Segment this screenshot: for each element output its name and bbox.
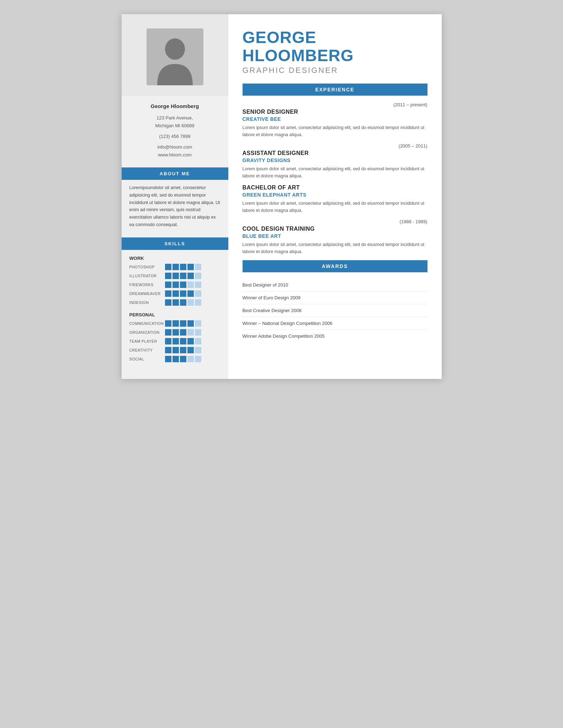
job-2-company: GRAVITY DESIGNS <box>243 157 427 163</box>
sidebar-full-name: George Hloomberg <box>144 103 206 109</box>
sidebar: George Hloomberg 123 Park Avenue, Michig… <box>122 14 228 379</box>
job-3-company: GREEN ELEPHANT ARTS <box>243 192 427 198</box>
award-2: Winner of Euro Design 2009 <box>243 291 427 304</box>
job-4-desc: Lorem ipsum dolor sit amet, consectetur … <box>243 241 427 255</box>
work-skill-fireworks: FIREWORKS <box>129 282 221 288</box>
job-4-title: COOL DESIGN TRAINING <box>243 226 427 232</box>
personal-skill-team-player: TEAM PLAYER <box>129 338 221 344</box>
skills-header: SKILLS <box>122 237 228 250</box>
job-3: BACHELOR OF ART GREEN ELEPHANT ARTS Lore… <box>243 184 427 214</box>
personal-skill-social: SOCIAL <box>129 356 221 362</box>
skills-section: WORK PHOTOSHOP ILLUSTRATOR FIREWORKS <box>122 254 228 365</box>
job-1-desc: Lorem ipsum dolor sit amet, consectetur … <box>243 124 427 138</box>
awards-header: AWARDS <box>243 260 427 272</box>
avatar-container <box>122 14 228 96</box>
personal-skill-organization: ORGANIZATION <box>129 329 221 336</box>
job-3-title: BACHELOR OF ART <box>243 184 427 191</box>
personal-skill-communication: COMMUNICATION <box>129 320 221 327</box>
name-title-block: GEORGE HLOOMBERG GRAPHIC DESIGNER <box>243 28 427 75</box>
resume-first-name: GEORGE <box>243 28 427 47</box>
work-skills-label: WORK <box>129 256 221 261</box>
award-1: Best Designer of 2010 <box>243 279 427 291</box>
about-text: Loremipsumdolor sit amet, consectetur ad… <box>122 184 228 228</box>
about-me-header: ABOUT ME <box>122 167 228 180</box>
job-1-company: CREATIVE BEE <box>243 116 427 122</box>
sidebar-contact: info@hloom.com www.hloom.com <box>150 143 200 159</box>
job-3-desc: Lorem ipsum dolor sit amet, consectetur … <box>243 200 427 214</box>
award-5: Winner Adobe Design Competition 2005 <box>243 330 427 342</box>
work-skill-photoshop: PHOTOSHOP <box>129 264 221 270</box>
job-4: (1988 - 1989) COOL DESIGN TRAINING BLUE … <box>243 219 427 255</box>
job-1: (2011 – present) SENIOR DESIGNER CREATIV… <box>243 102 427 138</box>
avatar <box>147 28 203 85</box>
experience-header: EXPERIENCE <box>243 84 427 96</box>
awards-list: Best Designer of 2010 Winner of Euro Des… <box>243 279 427 342</box>
job-4-company: BLUE BEE ART <box>243 233 427 239</box>
award-4: Winner – National Design Competition 200… <box>243 317 427 330</box>
personal-skills-label: PERSONAL <box>129 312 221 317</box>
resume-last-name: HLOOMBERG <box>243 47 427 65</box>
work-skill-dreamweaver: DREAMWEAVER <box>129 290 221 297</box>
resume-job-title: GRAPHIC DESIGNER <box>243 66 427 75</box>
award-3: Best Creative Designer 2008 <box>243 304 427 317</box>
work-skill-indesign: INDESIGN <box>129 299 221 306</box>
job-1-title: SENIOR DESIGNER <box>243 109 427 115</box>
work-skill-illustrator: ILLUSTRATOR <box>129 273 221 279</box>
svg-point-0 <box>165 38 185 60</box>
job-2-desc: Lorem ipsum dolor sit amet, consectetur … <box>243 165 427 180</box>
sidebar-address: 123 Park Avenue, Michigan MI 60689 <box>148 114 202 130</box>
personal-skill-creativity: CREATIVITY <box>129 347 221 353</box>
sidebar-phone: (123) 456 7899 <box>152 133 197 140</box>
job-1-date: (2011 – present) <box>243 102 427 107</box>
job-4-date: (1988 - 1989) <box>243 219 427 224</box>
job-2-title: ASSISTANT DESIGNER <box>243 150 427 156</box>
job-2-date: (2005 – 2011) <box>243 143 427 149</box>
resume-container: George Hloomberg 123 Park Avenue, Michig… <box>122 14 442 379</box>
job-2: (2005 – 2011) ASSISTANT DESIGNER GRAVITY… <box>243 143 427 180</box>
main-content: GEORGE HLOOMBERG GRAPHIC DESIGNER EXPERI… <box>228 14 442 379</box>
